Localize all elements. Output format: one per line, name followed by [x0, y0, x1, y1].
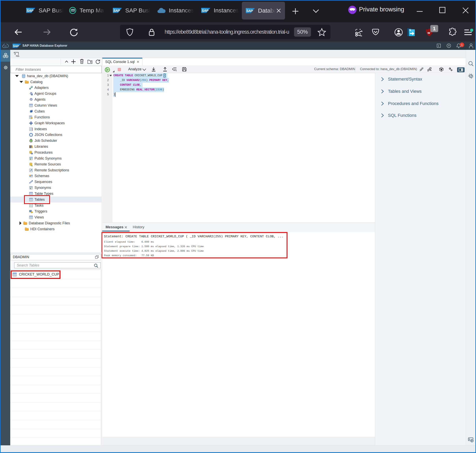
svg-text:SAP: SAP	[246, 9, 253, 13]
svg-text:?: ?	[448, 44, 450, 47]
svg-text:SAP: SAP	[113, 9, 120, 13]
svg-text:</>: </>	[4, 45, 7, 47]
svg-text:i: i	[438, 44, 439, 47]
svg-text:SAP: SAP	[13, 44, 19, 48]
svg-text:w: w	[427, 31, 430, 35]
svg-text:SAP: SAP	[202, 9, 209, 13]
svg-text:SAP: SAP	[27, 9, 34, 13]
svg-text:SQL: SQL	[16, 55, 20, 57]
